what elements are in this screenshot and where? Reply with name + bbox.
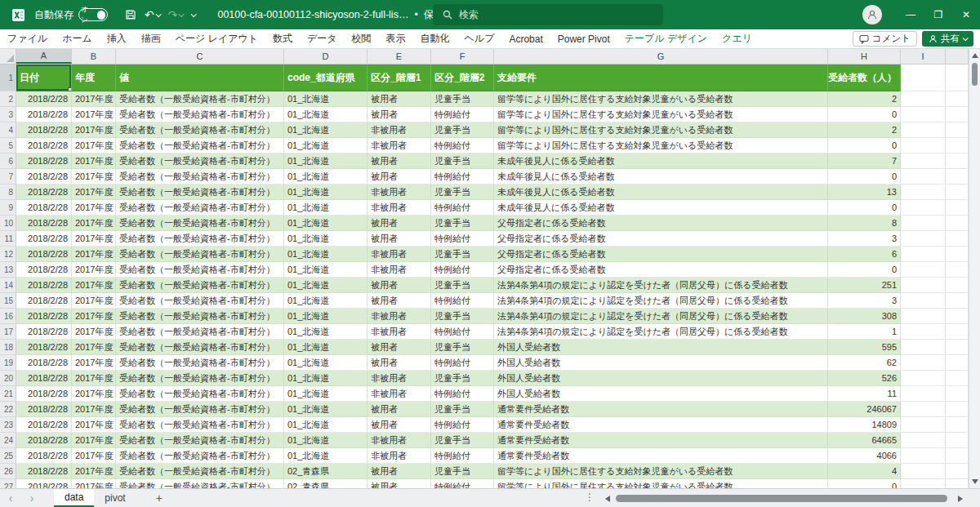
row-number-8[interactable]: 8 [0,185,16,200]
cell-J[interactable] [946,293,969,309]
cell-year[interactable]: 2017年度 [72,448,116,464]
cell-requirement[interactable]: 留学等により国外に居住する支給対象児童がいる受給者数 [494,107,828,122]
vertical-scrollbar[interactable] [969,49,980,488]
ribbon-tab-数式[interactable]: 数式 [265,29,300,49]
cell-J[interactable] [946,200,969,216]
column-header-F[interactable]: F [431,49,494,64]
cell-kubun2[interactable]: 児童手当 [431,247,494,262]
cell-J[interactable] [946,122,969,138]
cell-date[interactable]: 2018/2/28 [16,293,72,309]
cell-year[interactable]: 2017年度 [72,278,116,293]
cell-I[interactable] [901,417,946,433]
cell-value[interactable]: 受給者数（一般受給資格者-市町村分） [116,433,284,448]
column-header-E[interactable]: E [368,49,431,64]
cell-date[interactable]: 2018/2/28 [16,216,72,231]
row-number-12[interactable]: 12 [0,247,16,262]
column-header-J[interactable] [946,49,969,64]
cell-count[interactable]: 11 [828,386,901,402]
select-all-corner[interactable] [0,49,16,64]
cell-count[interactable]: 13 [828,185,901,200]
cell-J[interactable] [946,231,969,247]
cell-I[interactable] [901,122,946,138]
cell-year[interactable]: 2017年度 [72,138,116,153]
cell-requirement[interactable]: 未成年後見人に係る受給者数 [494,153,828,169]
ribbon-tab-ヘルプ[interactable]: ヘルプ [457,29,502,49]
row-number-20[interactable]: 20 [0,371,16,386]
cell-date[interactable]: 2018/2/28 [16,324,72,340]
cell-value[interactable]: 受給者数（一般受給資格者-市町村分） [116,138,284,153]
ribbon-tab-ホーム[interactable]: ホーム [55,29,100,49]
row-number-24[interactable]: 24 [0,433,16,448]
scroll-right-arrow[interactable] [954,496,967,502]
cell-J[interactable] [946,169,969,185]
row-number-4[interactable]: 4 [0,122,16,138]
cell-pref-code[interactable]: 01_北海道 [284,91,368,107]
cell-kubun1[interactable]: 非被用者 [368,138,431,153]
cell-value[interactable]: 受給者数（一般受給資格者-市町村分） [116,107,284,122]
row-number-23[interactable]: 23 [0,417,16,433]
cell-count[interactable]: 14809 [828,417,901,433]
cell-I[interactable] [901,433,946,448]
autosave-toggle[interactable]: オン [78,8,108,21]
tab-splitter-handle[interactable]: ⋮ [585,491,595,503]
row-number-13[interactable]: 13 [0,262,16,278]
cell-date[interactable]: 2018/2/28 [16,262,72,278]
cell-J[interactable] [946,340,969,355]
row-number-11[interactable]: 11 [0,231,16,247]
cell-I[interactable] [901,153,946,169]
cell-requirement[interactable]: 法第4条第4項の規定により認定を受けた者（同居父母）に係る受給者数 [494,293,828,309]
cell-requirement[interactable]: 外国人受給者数 [494,355,828,371]
cell-I[interactable] [901,324,946,340]
cell-I[interactable] [901,340,946,355]
cell-requirement[interactable]: 外国人受給者数 [494,371,828,386]
cell-I[interactable] [901,200,946,216]
cell-year[interactable]: 2017年度 [72,464,116,479]
cell-date[interactable]: 2018/2/28 [16,479,72,488]
undo-button[interactable]: ↶ [142,7,163,22]
cell-I[interactable] [901,386,946,402]
cell-requirement[interactable]: 父母指定者に係る受給者数 [494,247,828,262]
cell-kubun1[interactable]: 被用者 [368,169,431,185]
cell-kubun1[interactable]: 非被用者 [368,371,431,386]
cell-date[interactable]: 2018/2/28 [16,200,72,216]
cell-requirement[interactable]: 通常要件受給者数 [494,417,828,433]
cell-kubun2[interactable]: 児童手当 [431,216,494,231]
cell-count[interactable]: 0 [828,200,901,216]
cell-J[interactable] [946,464,969,479]
cell-kubun2[interactable]: 児童手当 [431,122,494,138]
cell-J[interactable] [946,185,969,200]
cell-J[interactable] [946,107,969,122]
cell-kubun2[interactable]: 特例給付 [431,138,494,153]
cell-count[interactable]: 3 [828,293,901,309]
ribbon-tab-ページ レイアウト[interactable]: ページ レイアウト [168,29,265,49]
row-number-3[interactable]: 3 [0,107,16,122]
cell-requirement[interactable]: 外国人受給者数 [494,386,828,402]
cell-kubun1[interactable]: 被用者 [368,355,431,371]
cell-pref-code[interactable]: 02_青森県 [284,464,368,479]
cell-requirement[interactable]: 父母指定者に係る受給者数 [494,216,828,231]
vertical-scroll-thumb[interactable] [972,63,978,86]
cell-pref-code[interactable]: 01_北海道 [284,417,368,433]
cell-J[interactable] [946,91,969,107]
excel-app-icon[interactable] [10,7,26,23]
cell-requirement[interactable]: 留学等により国外に居住する支給対象児童がいる受給者数 [494,91,828,107]
cell-pref-code[interactable]: 02_青森県 [284,479,368,488]
column-header-A[interactable]: A [16,49,72,64]
cell-kubun1[interactable]: 非被用者 [368,448,431,464]
cell-date[interactable]: 2018/2/28 [16,386,72,402]
cell-year[interactable]: 2017年度 [72,200,116,216]
row-number-22[interactable]: 22 [0,402,16,417]
horizontal-scrollbar[interactable] [601,489,980,507]
cell-requirement[interactable]: 外国人受給者数 [494,340,828,355]
cell-count[interactable]: 62 [828,355,901,371]
cell-J[interactable] [946,262,969,278]
cell-value[interactable]: 受給者数（一般受給資格者-市町村分） [116,355,284,371]
cell-kubun1[interactable]: 被用者 [368,417,431,433]
cell-J[interactable] [946,216,969,231]
cell-kubun1[interactable]: 被用者 [368,293,431,309]
cell-requirement[interactable]: 未成年後見人に係る受給者数 [494,169,828,185]
cell-year[interactable]: 2017年度 [72,433,116,448]
cell-J[interactable] [946,324,969,340]
cell-kubun1[interactable]: 被用者 [368,107,431,122]
cell-year[interactable]: 2017年度 [72,231,116,247]
